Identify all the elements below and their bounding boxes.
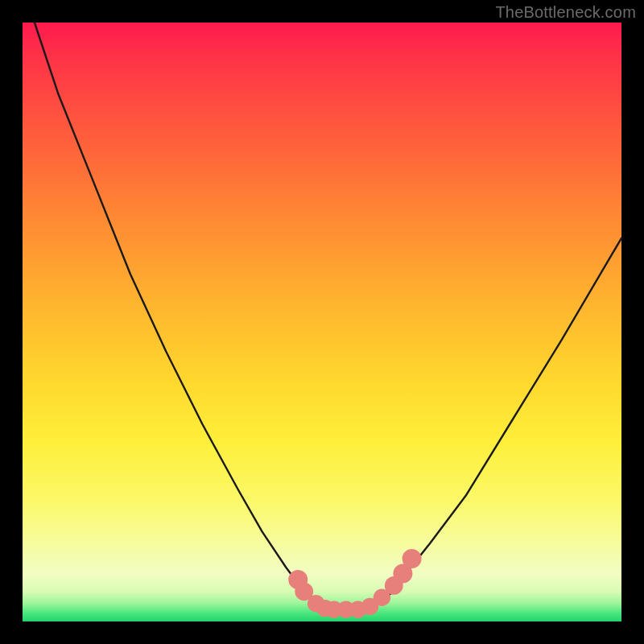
plot-area <box>23 23 621 621</box>
curve-marker <box>402 549 422 568</box>
watermark-text: TheBottleneck.com <box>495 3 636 22</box>
curve-markers <box>288 549 421 618</box>
curve-layer <box>23 23 621 621</box>
chart-frame: TheBottleneck.com <box>0 0 644 644</box>
bottleneck-curve <box>35 23 621 609</box>
